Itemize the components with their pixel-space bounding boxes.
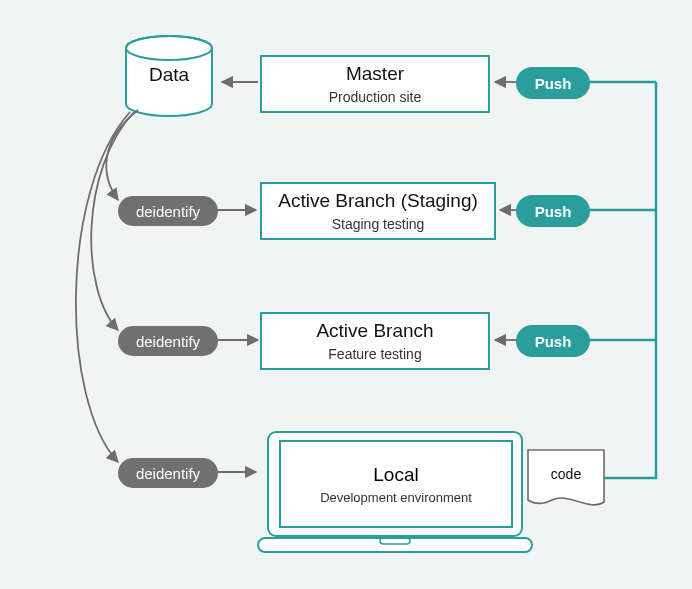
box-staging-title: Active Branch (Staging) [278, 190, 478, 212]
pill-push-master: Push [516, 67, 590, 99]
svg-rect-5 [380, 538, 410, 544]
svg-point-1 [126, 36, 212, 60]
pill-push-staging: Push [516, 195, 590, 227]
svg-rect-4 [258, 538, 532, 552]
code-file-label: code [524, 466, 608, 482]
box-master-sub: Production site [329, 89, 422, 105]
box-staging: Active Branch (Staging) Staging testing [260, 182, 496, 240]
box-feature-title: Active Branch [316, 320, 433, 342]
box-master-title: Master [346, 63, 404, 85]
svg-point-0 [126, 36, 212, 60]
box-local-title: Local [373, 464, 418, 486]
box-staging-sub: Staging testing [332, 216, 425, 232]
box-master: Master Production site [260, 55, 490, 113]
pill-deidentify-feature: deidentify [118, 326, 218, 356]
box-feature: Active Branch Feature testing [260, 312, 490, 370]
box-feature-sub: Feature testing [328, 346, 421, 362]
pill-deidentify-staging: deidentify [118, 196, 218, 226]
diagram-stage: Data Master Production site Active Branc… [0, 0, 692, 589]
data-label: Data [125, 64, 213, 86]
box-local-sub: Development environment [320, 490, 472, 505]
pill-deidentify-local: deidentify [118, 458, 218, 488]
box-local: Local Development environment [280, 441, 512, 527]
pill-push-feature: Push [516, 325, 590, 357]
